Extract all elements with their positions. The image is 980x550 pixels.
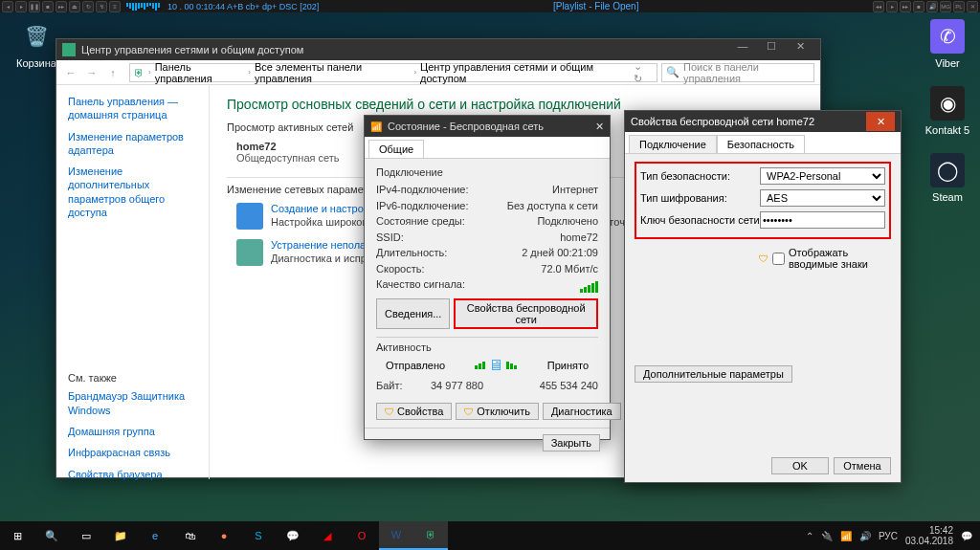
messenger-icon[interactable]: 💬 xyxy=(276,521,310,550)
search-icon[interactable]: 🔍 xyxy=(34,521,69,550)
security-type-select[interactable]: WPA2-Personal xyxy=(760,167,885,185)
mg-btn[interactable]: MG xyxy=(940,1,951,12)
wifi-properties-button[interactable]: Свойства беспроводной сети xyxy=(454,298,598,329)
diagnose-button[interactable]: Диагностика xyxy=(543,403,621,420)
adobe-icon[interactable]: ◢ xyxy=(310,521,345,550)
media-label: Состояние среды: xyxy=(376,213,465,230)
tray-wifi-icon[interactable]: 📶 xyxy=(840,531,852,541)
tab-security[interactable]: Безопасность xyxy=(717,135,805,153)
play-icon[interactable]: ▸ xyxy=(15,1,27,12)
props-titlebar[interactable]: Свойства беспроводной сети home72 ✕ xyxy=(625,111,901,132)
see-also-infrared[interactable]: Инфракрасная связь xyxy=(68,446,197,459)
tray-up-icon[interactable]: ⌃ xyxy=(806,531,813,541)
see-also-browser[interactable]: Свойства браузера xyxy=(68,468,197,481)
edge-icon[interactable]: e xyxy=(138,521,172,550)
tray-lang[interactable]: РУС xyxy=(879,531,898,541)
pl-prev-icon[interactable]: ◂◂ xyxy=(873,1,884,12)
prev-icon[interactable]: ◂ xyxy=(2,1,13,12)
cancel-button[interactable]: Отмена xyxy=(834,457,891,474)
tray-volume-icon[interactable]: 🔊 xyxy=(859,531,871,541)
duration-label: Длительность: xyxy=(376,245,447,261)
close-icon[interactable]: ✕ xyxy=(786,40,814,59)
sidebar-home-link[interactable]: Панель управления — домашняя страница xyxy=(68,95,197,122)
status-titlebar[interactable]: 📶 Состояние - Беспроводная сеть ✕ xyxy=(365,116,610,137)
forward-icon[interactable]: → xyxy=(83,64,100,81)
activity-section-label: Активность xyxy=(376,337,598,353)
sent-label: Отправлено xyxy=(386,360,445,371)
loop-icon[interactable]: ↻ xyxy=(82,1,94,12)
tray-power-icon[interactable]: 🔌 xyxy=(821,531,833,541)
app1-icon[interactable]: ● xyxy=(207,521,241,550)
close-icon[interactable]: ✕ xyxy=(595,121,604,133)
setup-icon xyxy=(236,203,263,230)
key-field[interactable] xyxy=(760,211,885,229)
minimize-icon[interactable]: — xyxy=(728,40,757,59)
ipv6-label: IPv6-подключение: xyxy=(376,198,469,214)
shield-icon: 🛡 xyxy=(464,407,474,417)
back-icon[interactable]: ← xyxy=(62,64,79,81)
extra-params-button[interactable]: Дополнительные параметры xyxy=(635,365,792,383)
menu-icon[interactable]: ≡ xyxy=(109,1,121,12)
pl-play-icon[interactable]: ▸ xyxy=(886,1,898,12)
clock[interactable]: 15:42 03.04.2018 xyxy=(905,525,953,546)
breadcrumb[interactable]: ⛨› Панель управления› Все элементы панел… xyxy=(129,63,657,82)
disable-button[interactable]: 🛡Отключить xyxy=(456,403,539,420)
security-highlight-box: Тип безопасности: WPA2-Personal Тип шифр… xyxy=(635,162,891,239)
status-title: Состояние - Беспроводная сеть xyxy=(388,121,544,132)
tab-general[interactable]: Общие xyxy=(368,140,424,158)
player-time-text: 10 . 00 0:10:44 A+B cb+ dp+ DSC [202] xyxy=(167,2,319,11)
speed-value: 72.0 Мбит/с xyxy=(541,261,598,277)
speed-label: Скорость: xyxy=(376,261,425,277)
next-icon[interactable]: ▸▸ xyxy=(56,1,67,12)
show-chars-checkbox[interactable] xyxy=(772,253,785,265)
pl-next-icon[interactable]: ▸▸ xyxy=(900,1,911,12)
see-also-firewall[interactable]: Брандмауэр Защитника Windows xyxy=(68,389,197,417)
close-button[interactable]: Закрыть xyxy=(543,434,600,451)
start-button[interactable]: ⊞ xyxy=(0,521,34,550)
pl-btn[interactable]: PL xyxy=(953,1,965,12)
sidebar-sharing-link[interactable]: Изменение дополнительных параметров обще… xyxy=(68,165,197,219)
ipv6-value: Без доступа к сети xyxy=(507,198,598,214)
recv-label: Принято xyxy=(547,360,589,371)
props-title: Свойства беспроводной сети home72 xyxy=(631,116,814,127)
pause-icon[interactable]: ❚❚ xyxy=(29,1,40,12)
kontakt-icon[interactable]: ◉Kontakt 5 xyxy=(919,86,976,136)
notifications-icon[interactable]: 💬 xyxy=(961,531,972,541)
ipv4-label: IPv4-подключение: xyxy=(376,182,469,198)
window-titlebar[interactable]: Центр управления сетями и общим доступом… xyxy=(56,39,820,60)
nav-bar: ← → ↑ ⛨› Панель управления› Все элементы… xyxy=(56,60,820,85)
skype-icon[interactable]: S xyxy=(241,521,276,550)
store-icon[interactable]: 🛍 xyxy=(172,521,207,550)
recv-value: 455 534 240 xyxy=(540,378,598,394)
see-also-homegroup[interactable]: Домашняя группа xyxy=(68,425,197,438)
properties-button[interactable]: 🛡Свойства xyxy=(376,403,452,420)
opera-icon[interactable]: O xyxy=(345,521,379,550)
eject-icon[interactable]: ⏏ xyxy=(69,1,80,12)
ok-button[interactable]: OK xyxy=(771,457,829,474)
stop-icon[interactable]: ■ xyxy=(42,1,54,12)
tab-connection[interactable]: Подключение xyxy=(629,135,717,153)
connection-section-label: Подключение xyxy=(376,166,598,178)
viber-icon[interactable]: ✆Viber xyxy=(919,19,976,69)
ssid-label: SSID: xyxy=(376,230,404,246)
word-icon[interactable]: W xyxy=(379,521,413,550)
search-input[interactable]: 🔍Поиск в панели управления xyxy=(661,63,814,82)
task-view-icon[interactable]: ▭ xyxy=(69,521,103,550)
up-icon[interactable]: ↑ xyxy=(104,64,122,81)
system-tray: ⌃ 🔌 📶 🔊 РУС 15:42 03.04.2018 💬 xyxy=(806,525,980,546)
see-also-label: См. также xyxy=(68,372,197,384)
encryption-select[interactable]: AES xyxy=(760,189,885,207)
bytes-label: Байт: xyxy=(376,378,403,394)
encryption-label: Тип шифрования: xyxy=(640,192,760,204)
explorer-icon[interactable]: 📁 xyxy=(103,521,138,550)
steam-icon[interactable]: ◯Steam xyxy=(919,153,976,203)
pl-close-icon[interactable]: ✕ xyxy=(967,1,978,12)
pl-stop-icon[interactable]: ■ xyxy=(913,1,924,12)
maximize-icon[interactable]: ☐ xyxy=(757,40,786,59)
pl-vol-icon[interactable]: 🔊 xyxy=(926,1,938,12)
sidebar-adapter-link[interactable]: Изменение параметров адаптера xyxy=(68,130,197,158)
close-icon[interactable]: ✕ xyxy=(866,112,895,131)
details-button[interactable]: Сведения... xyxy=(376,298,450,329)
shuffle-icon[interactable]: ↯ xyxy=(96,1,107,12)
network-center-task-icon[interactable]: ⛨ xyxy=(413,521,448,550)
